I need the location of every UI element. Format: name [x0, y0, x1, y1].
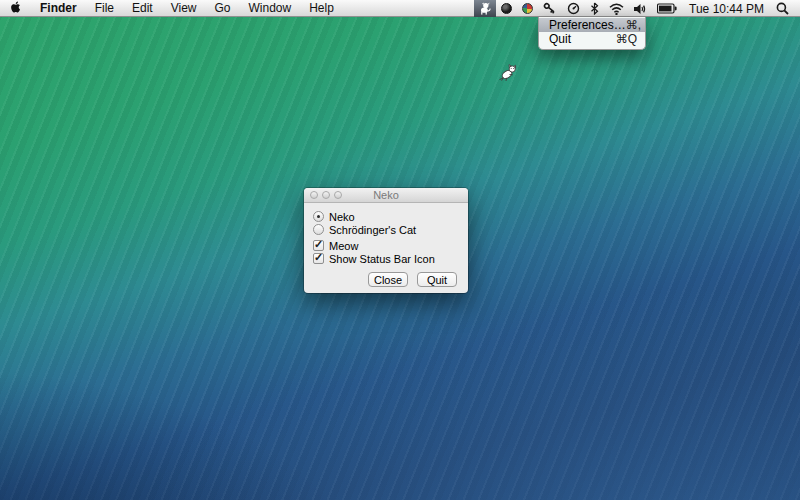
- volume-icon: [634, 3, 647, 15]
- spotlight-status-item[interactable]: [771, 0, 794, 17]
- menu-item-view[interactable]: View: [162, 0, 206, 16]
- compass-icon: [567, 2, 580, 15]
- menu-row-shortcut: ⌘Q: [616, 32, 637, 46]
- radio-label: Schrödinger's Cat: [329, 224, 416, 236]
- wifi-status-item[interactable]: [604, 0, 629, 17]
- minimize-window-icon[interactable]: [322, 191, 330, 199]
- dark-ball-status-item[interactable]: [496, 0, 517, 17]
- zoom-window-icon[interactable]: [334, 191, 342, 199]
- menu-item-file[interactable]: File: [86, 0, 123, 16]
- neko-status-item[interactable]: [474, 0, 496, 17]
- wifi-icon: [609, 3, 624, 15]
- radio-label: Neko: [329, 211, 355, 223]
- radio-row-neko[interactable]: Neko: [313, 210, 355, 223]
- key-icon: [543, 2, 557, 15]
- radio-button-schroedingers-cat[interactable]: [313, 224, 324, 235]
- window-titlebar[interactable]: Neko: [304, 188, 468, 203]
- compass-status-item[interactable]: [562, 0, 585, 17]
- menu-row-quit[interactable]: Quit ⌘Q: [539, 32, 645, 46]
- bluetooth-status-item[interactable]: [585, 0, 604, 17]
- menu-row-label: Quit: [549, 32, 571, 46]
- apple-menu[interactable]: [0, 0, 31, 16]
- volume-status-item[interactable]: [629, 0, 652, 17]
- window-controls: [310, 191, 342, 199]
- checkbox-label: Show Status Bar Icon: [329, 253, 435, 265]
- menu-item-finder[interactable]: Finder: [31, 0, 86, 16]
- quit-button[interactable]: Quit: [417, 272, 457, 287]
- menu-item-help[interactable]: Help: [300, 0, 343, 16]
- apple-logo-icon: [10, 0, 22, 17]
- neko-cat-sprite[interactable]: [496, 62, 519, 85]
- menu-bar-clock[interactable]: Tue 10:44 PM: [682, 2, 771, 16]
- status-dropdown-menu: Preferences… ⌘, Quit ⌘Q: [538, 17, 646, 50]
- radio-row-schroedingers-cat[interactable]: Schrödinger's Cat: [313, 223, 416, 236]
- battery-status-item[interactable]: [652, 0, 682, 17]
- radio-button-neko[interactable]: [313, 211, 324, 222]
- neko-status-icon: [479, 2, 491, 15]
- color-wheel-icon: [522, 3, 533, 14]
- checkbox-label: Meow: [329, 240, 358, 252]
- menu-item-edit[interactable]: Edit: [123, 0, 162, 16]
- close-button[interactable]: Close: [368, 272, 408, 287]
- key-status-item[interactable]: [538, 0, 562, 17]
- menu-row-preferences[interactable]: Preferences… ⌘,: [539, 18, 645, 32]
- checkbox-show-status-bar-icon[interactable]: [313, 253, 324, 264]
- bluetooth-icon: [590, 2, 599, 15]
- neko-window: Neko Neko Schrödinger's Cat Meow Show St…: [304, 188, 468, 293]
- menu-bar: Finder File Edit View Go Window Help: [0, 0, 800, 17]
- checkbox-meow[interactable]: [313, 240, 324, 251]
- desktop-wallpaper: Finder File Edit View Go Window Help: [0, 0, 800, 500]
- menu-bar-left: Finder File Edit View Go Window Help: [0, 0, 343, 16]
- checkbox-row-show-status-bar-icon[interactable]: Show Status Bar Icon: [313, 252, 435, 265]
- menu-row-shortcut: ⌘,: [626, 18, 641, 32]
- menu-row-label: Preferences…: [549, 18, 626, 32]
- menu-item-window[interactable]: Window: [240, 0, 301, 16]
- color-wheel-status-item[interactable]: [517, 0, 538, 17]
- menu-bar-status-area: Tue 10:44 PM: [474, 0, 794, 17]
- battery-icon: [657, 3, 677, 14]
- spotlight-search-icon: [776, 2, 789, 15]
- dark-ball-icon: [501, 3, 512, 14]
- menu-item-go[interactable]: Go: [206, 0, 240, 16]
- close-window-icon[interactable]: [310, 191, 318, 199]
